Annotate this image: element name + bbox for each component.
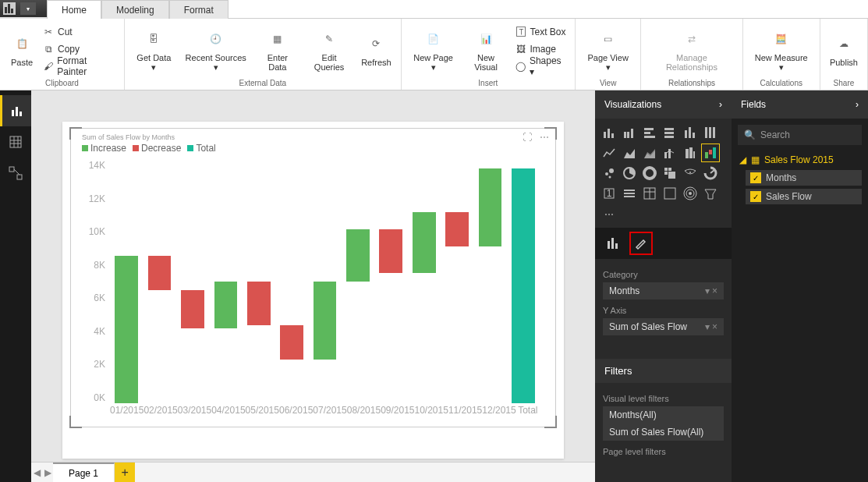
viz-type-16[interactable] [681, 164, 700, 183]
viz-type-7[interactable] [620, 144, 639, 162]
get-data-button[interactable]: 🗄Get Data ▾ [129, 20, 179, 78]
collapse-icon[interactable]: › [856, 99, 859, 110]
viz-type-18[interactable]: 1 [600, 184, 618, 203]
svg-rect-11 [9, 167, 14, 172]
viz-type-3[interactable] [661, 123, 679, 142]
add-page-button[interactable]: + [115, 463, 135, 483]
paste-button[interactable]: 📋Paste [5, 20, 39, 78]
viz-type-1[interactable] [620, 123, 639, 142]
viz-type-0[interactable] [600, 123, 618, 142]
svg-rect-46 [668, 168, 671, 171]
svg-rect-22 [644, 136, 655, 138]
svg-rect-29 [705, 127, 707, 138]
new-page-button[interactable]: 📄New Page ▾ [406, 20, 461, 78]
viz-type-24[interactable]: ⋯ [600, 204, 618, 223]
viz-type-12[interactable] [600, 164, 618, 183]
table-salesflow2015[interactable]: ◢▦Sales Flow 2015 [732, 151, 868, 168]
visual-level-filters-label: Visual level filters [603, 394, 724, 403]
recent-sources-button[interactable]: 🕘Recent Sources ▾ [179, 20, 253, 78]
fields-tab-icon[interactable] [601, 232, 625, 255]
qat-dropdown[interactable]: ▾ [20, 2, 36, 15]
viz-type-22[interactable] [681, 184, 700, 203]
checkbox-checked-icon[interactable]: ✓ [750, 191, 761, 202]
fields-header[interactable]: Fields› [732, 90, 868, 119]
visual-options[interactable]: ⛶⋯ [523, 132, 549, 143]
resize-handle-bl[interactable] [69, 416, 82, 428]
viz-type-17[interactable] [701, 164, 720, 183]
filter-salesflow[interactable]: Sum of Sales Flow(All) [603, 424, 724, 441]
visualizations-header[interactable]: Visualizations› [595, 90, 732, 119]
viz-type-6[interactable] [600, 144, 618, 162]
ribbon: 📋Paste ✂Cut ⧉Copy 🖌Format Painter Clipbo… [0, 19, 868, 90]
yaxis-well-value: Sum of Sales Flow [609, 321, 687, 332]
field-months[interactable]: ✓Months [746, 170, 862, 186]
model-view-button[interactable] [0, 158, 31, 189]
viz-type-2[interactable] [640, 123, 659, 142]
new-measure-button[interactable]: 🧮New Measure ▾ [748, 20, 815, 78]
collapse-icon[interactable]: › [719, 99, 722, 110]
viz-type-20[interactable] [640, 184, 659, 203]
edit-queries-button[interactable]: ✎Edit Queries [302, 20, 356, 78]
enter-data-button[interactable]: ▦Enter Data [253, 20, 302, 78]
focus-mode-icon[interactable]: ⛶ [523, 132, 532, 143]
checkbox-checked-icon[interactable]: ✓ [750, 172, 761, 183]
cut-button[interactable]: ✂Cut [39, 23, 119, 41]
viz-type-4[interactable] [681, 123, 700, 142]
publish-button[interactable]: ☁Publish [825, 20, 863, 78]
new-visual-button[interactable]: 📊New Visual [461, 20, 512, 78]
viz-type-15[interactable] [661, 164, 679, 183]
viz-type-19[interactable] [620, 184, 639, 203]
svg-rect-18 [627, 132, 629, 138]
viz-type-8[interactable] [640, 144, 659, 162]
viz-type-14[interactable] [640, 164, 659, 183]
report-canvas[interactable]: Sum of Sales Flow by Months ⛶⋯ Increase … [31, 90, 595, 482]
viz-type-23[interactable] [701, 184, 720, 203]
fields-search[interactable]: 🔍Search [738, 125, 862, 145]
svg-rect-35 [689, 147, 693, 158]
viz-type-13[interactable] [620, 164, 639, 183]
tab-format[interactable]: Format [169, 0, 229, 19]
page-prev-button[interactable]: ◀ [31, 467, 42, 478]
relations-label: Manage Relationships [650, 53, 732, 72]
field-wells: Category Months▾ × Y Axis Sum of Sales F… [595, 259, 732, 359]
insert-group-label: Insert [406, 78, 570, 88]
viz-type-9[interactable] [661, 144, 679, 162]
tab-modeling[interactable]: Modeling [101, 0, 169, 19]
textbox-button[interactable]: 🅃Text Box [512, 23, 570, 41]
extdata-group-label: External Data [129, 78, 396, 88]
shapes-button[interactable]: ◯Shapes ▾ [512, 58, 570, 75]
measure-label: New Measure ▾ [753, 53, 810, 72]
svg-rect-36 [693, 151, 695, 158]
resize-handle-br[interactable] [544, 416, 557, 428]
viz-type-10[interactable] [681, 144, 700, 162]
category-well[interactable]: Months▾ × [603, 282, 724, 299]
page-view-button[interactable]: ▭Page View ▾ [580, 20, 636, 78]
viz-type-11[interactable] [701, 144, 720, 162]
yaxis-well-menu[interactable]: ▾ × [705, 321, 717, 332]
svg-point-41 [609, 168, 614, 173]
svg-rect-19 [631, 129, 633, 138]
manage-relationships-button[interactable]: ⇄Manage Relationships [646, 20, 737, 78]
yaxis-well[interactable]: Sum of Sales Flow▾ × [603, 318, 724, 335]
ribbon-tabs: Home Modeling Format [47, 0, 868, 19]
viz-type-5[interactable] [701, 123, 720, 142]
waterfall-visual[interactable]: Sum of Sales Flow by Months ⛶⋯ Increase … [70, 128, 556, 427]
report-view-button[interactable] [0, 95, 31, 126]
format-painter-button[interactable]: 🖌Format Painter [39, 58, 119, 75]
refresh-button[interactable]: ⟳Refresh [356, 20, 396, 78]
filter-months[interactable]: Months(All) [603, 406, 724, 424]
data-view-button[interactable] [0, 126, 31, 158]
field-salesflow[interactable]: ✓Sales Flow [746, 189, 862, 204]
resize-handle-tl[interactable] [69, 127, 82, 140]
tab-home[interactable]: Home [47, 0, 101, 19]
format-tab-icon[interactable] [629, 232, 653, 255]
page-next-button[interactable]: ▶ [42, 467, 53, 478]
page-tab-1[interactable]: Page 1 [53, 463, 115, 483]
category-well-menu[interactable]: ▾ × [705, 285, 717, 296]
viz-type-21[interactable] [661, 184, 679, 203]
svg-rect-17 [624, 132, 626, 138]
x-axis: 01/201502/201503/201504/201505/201506/20… [110, 405, 540, 416]
report-page[interactable]: Sum of Sales Flow by Months ⛶⋯ Increase … [62, 122, 564, 459]
clipboard-group-label: Clipboard [5, 78, 119, 88]
more-options-icon[interactable]: ⋯ [540, 132, 549, 143]
